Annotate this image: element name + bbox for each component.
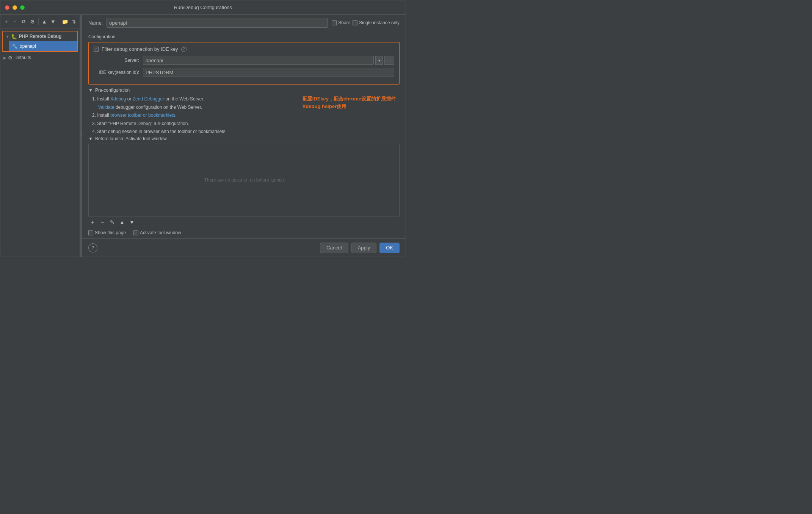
validate-link[interactable]: Validate [98, 105, 114, 110]
tree-item-defaults[interactable]: ▶ ⚙ Defaults [0, 53, 80, 63]
configuration-label: Configuration [88, 34, 400, 39]
server-row: Server: ▾ ··· [94, 56, 394, 65]
ide-key-input-wrap [143, 68, 394, 77]
pre-config-step2: 2. Install browser toolbar or bookmarkle… [92, 111, 400, 120]
server-dropdown-button[interactable]: ▾ [375, 56, 383, 65]
before-launch-empty: There are no tasks to run before launch [204, 177, 284, 183]
share-area: Share Single instance only [332, 20, 400, 25]
activate-tool-label[interactable]: ✓ Activate tool window [133, 230, 181, 235]
pre-config-arrow: ▼ [88, 88, 93, 93]
bl-edit-button[interactable]: ✎ [108, 218, 116, 226]
bl-down-button[interactable]: ▼ [128, 218, 136, 226]
share-checkbox[interactable] [332, 20, 337, 25]
config-box: ✓ Filter debug connection by IDE key ? S… [88, 42, 400, 85]
php-remote-debug-group: ▼ 🐛 PHP Remote Debug 🔧 openapi [2, 31, 78, 52]
close-button[interactable] [5, 5, 9, 10]
apply-button[interactable]: Apply [351, 243, 377, 253]
left-panel: + − ⧉ ⚙ ▲ ▼ 📁 ⇅ ▼ 🐛 PHP Remote Debug [0, 15, 80, 257]
toolbar-separator [38, 18, 39, 25]
before-launch-arrow: ▼ [88, 136, 93, 141]
server-more-button[interactable]: ··· [384, 56, 394, 65]
server-label: Server: [94, 58, 143, 63]
tree-arrow-defaults: ▶ [3, 56, 6, 60]
ide-key-input[interactable] [143, 68, 394, 77]
single-instance-label: Single instance only [359, 20, 400, 25]
pre-config-area: 1. Install Xdebug or Zend Debugger on th… [88, 95, 400, 136]
arrow-up-button[interactable]: ▲ [41, 17, 48, 26]
pre-config-step3: 3. Start "PHP Remote Debug" run-configur… [92, 120, 400, 128]
config-tree: ▼ 🐛 PHP Remote Debug 🔧 openapi ▶ ⚙ Defau… [0, 28, 80, 257]
name-input[interactable] [107, 18, 328, 28]
bl-up-button[interactable]: ▲ [118, 218, 126, 226]
tree-item-php-remote-debug[interactable]: ▼ 🐛 PHP Remote Debug [3, 31, 77, 41]
before-launch-label: Before launch: Activate tool window [95, 136, 167, 141]
activate-tool-text: Activate tool window [140, 230, 181, 235]
maximize-button[interactable] [20, 5, 25, 10]
help-icon[interactable]: ? [181, 47, 187, 52]
window-title: Run/Debug Configurations [174, 5, 232, 10]
step2-prefix: 2. Install [92, 113, 110, 118]
php-debug-icon: 🐛 [11, 34, 17, 39]
before-launch-header: ▼ Before launch: Activate tool window [88, 136, 400, 141]
filter-row: ✓ Filter debug connection by IDE key ? [94, 46, 394, 52]
options-row: Show this page ✓ Activate tool window [88, 228, 400, 238]
bl-remove-button[interactable]: − [98, 218, 107, 226]
pre-config-section: ▼ Pre-configuration 1. Install Xdebug or… [82, 88, 406, 136]
share-checkbox-label[interactable]: Share [332, 20, 350, 25]
before-launch-section: ▼ Before launch: Activate tool window Th… [82, 136, 406, 238]
xdebug-link[interactable]: Xdebug [110, 96, 126, 102]
annotation-line2: Xdebug helper使用 [303, 103, 396, 110]
pre-config-label: Pre-configuration [95, 88, 130, 93]
step1-suffix: on the Web Server. [164, 96, 204, 102]
show-page-label[interactable]: Show this page [88, 230, 126, 235]
tree-arrow-expand: ▼ [6, 34, 9, 39]
openapi-icon: 🔧 [12, 44, 18, 49]
main-window: Run/Debug Configurations + − ⧉ ⚙ ▲ ▼ 📁 ⇅ [0, 0, 406, 257]
folder-button[interactable]: 📁 [61, 17, 69, 26]
settings-config-button[interactable]: ⚙ [29, 17, 36, 26]
single-instance-checkbox-label[interactable]: Single instance only [353, 20, 400, 25]
step1-validate-suffix: debugger configuration on the Web Server… [114, 105, 202, 110]
ok-button[interactable]: OK [379, 243, 400, 253]
right-panel: Name: Share Single instance only Configu… [82, 15, 406, 257]
cancel-button[interactable]: Cancel [320, 243, 348, 253]
help-button[interactable]: ? [88, 243, 97, 252]
title-bar: Run/Debug Configurations [0, 0, 406, 15]
arrow-down-button[interactable]: ▼ [49, 17, 56, 26]
toolbar-separator-2 [59, 18, 59, 25]
bottom-bar: ? Cancel Apply OK [82, 238, 406, 257]
ide-key-row: IDE key(session id): [94, 68, 394, 77]
sort-button[interactable]: ⇅ [70, 17, 77, 26]
openapi-label: openapi [20, 44, 36, 49]
show-page-checkbox[interactable] [88, 230, 93, 235]
tree-item-openapi[interactable]: 🔧 openapi [9, 41, 77, 51]
browser-toolbar-link[interactable]: browser toolbar or bookmarklets [110, 113, 175, 118]
step1-middle: or [126, 96, 132, 102]
configuration-section: Configuration ✓ Filter debug connection … [82, 31, 406, 88]
name-label: Name: [88, 20, 103, 26]
bl-add-button[interactable]: + [88, 218, 97, 226]
pre-config-step4: 4. Start debug session in browser with t… [92, 128, 400, 136]
minimize-button[interactable] [13, 5, 17, 10]
before-launch-toolbar: + − ✎ ▲ ▼ [88, 216, 400, 228]
defaults-label: Defaults [14, 55, 31, 60]
filter-label: Filter debug connection by IDE key [102, 46, 178, 52]
add-config-button[interactable]: + [3, 17, 10, 26]
server-input-wrap: ▾ ··· [143, 56, 394, 65]
copy-config-button[interactable]: ⧉ [20, 17, 27, 26]
remove-config-button[interactable]: − [11, 17, 19, 26]
step1-prefix: 1. Install [92, 96, 110, 102]
annotation-line1: 配置IDEkey，配合chrome设置的扩展插件 [303, 95, 396, 103]
ide-key-label: IDE key(session id): [94, 70, 143, 75]
left-toolbar: + − ⧉ ⚙ ▲ ▼ 📁 ⇅ [0, 15, 80, 28]
zend-debugger-link[interactable]: Zend Debugger [133, 96, 164, 102]
defaults-icon: ⚙ [8, 55, 13, 61]
main-content: + − ⧉ ⚙ ▲ ▼ 📁 ⇅ ▼ 🐛 PHP Remote Debug [0, 15, 406, 257]
filter-checkbox[interactable]: ✓ [94, 47, 99, 52]
server-input[interactable] [143, 56, 374, 65]
traffic-lights [5, 5, 25, 10]
single-instance-checkbox[interactable] [353, 20, 357, 25]
pre-config-header: ▼ Pre-configuration [88, 88, 400, 93]
activate-tool-checkbox[interactable]: ✓ [133, 230, 138, 235]
name-row: Name: Share Single instance only [82, 15, 406, 31]
